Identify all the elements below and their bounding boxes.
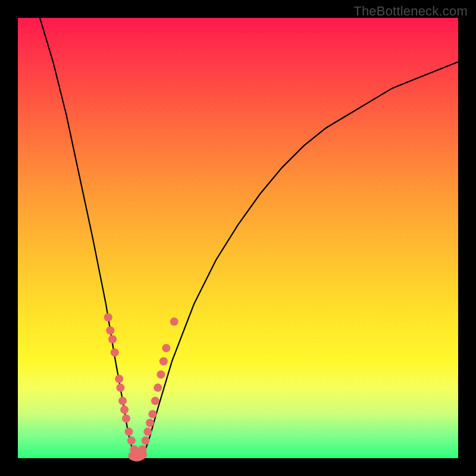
data-marker <box>148 410 156 418</box>
data-marker <box>122 414 130 422</box>
data-marker <box>108 335 117 343</box>
data-marker <box>142 436 150 444</box>
watermark-text: TheBottleneck.com <box>353 4 468 19</box>
data-marker <box>146 419 154 427</box>
data-marker <box>159 357 168 365</box>
data-marker <box>143 428 152 436</box>
data-marker <box>111 348 119 356</box>
data-marker <box>154 384 162 392</box>
data-marker <box>170 318 178 326</box>
data-marker <box>116 384 124 392</box>
bottleneck-curve <box>40 18 458 458</box>
data-marker <box>125 428 133 436</box>
data-marker <box>106 326 114 334</box>
data-marker <box>157 370 165 378</box>
chart-frame: TheBottleneck.com <box>0 0 476 476</box>
data-marker <box>162 344 170 352</box>
data-marker <box>151 397 159 405</box>
data-marker <box>104 313 112 321</box>
marker-layer <box>104 313 178 461</box>
data-marker <box>139 450 147 459</box>
data-marker <box>127 436 136 444</box>
chart-overlay <box>18 18 458 458</box>
data-marker <box>118 397 127 405</box>
data-marker <box>115 375 123 383</box>
data-marker <box>120 406 129 414</box>
